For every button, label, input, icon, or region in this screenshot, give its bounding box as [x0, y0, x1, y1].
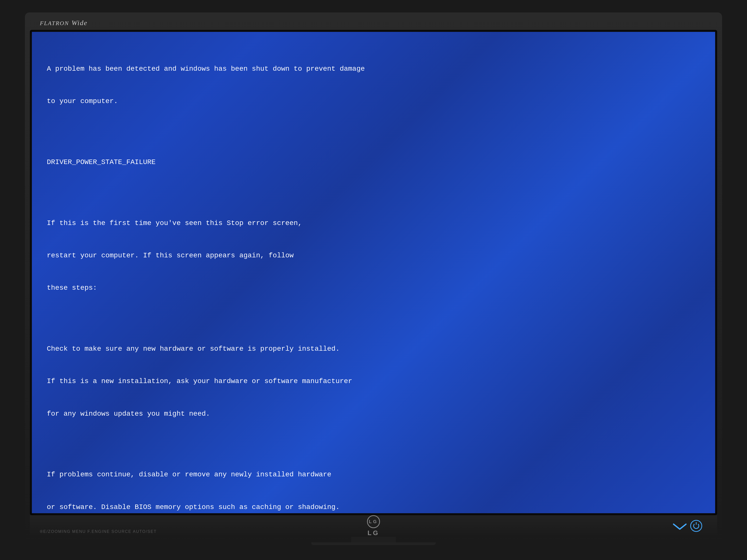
bsod-spacer-3 — [47, 315, 700, 322]
monitor-stand-neck — [351, 537, 396, 542]
screen-bezel: A problem has been detected and windows … — [30, 30, 717, 515]
bsod-line-7: If this is a new installation, ask your … — [47, 376, 700, 386]
chevron-down-icon — [672, 523, 687, 531]
bsod-line-4: restart your computer. If this screen ap… — [47, 250, 700, 261]
power-button[interactable] — [690, 520, 702, 532]
monitor: FLATRON Wide A problem has been detected… — [25, 12, 722, 548]
lg-text: LG — [367, 529, 380, 537]
bsod-screen: A problem has been detected and windows … — [32, 32, 715, 513]
bsod-line-5: these steps: — [47, 283, 700, 293]
bsod-spacer-1 — [47, 128, 700, 135]
bsod-spacer-4 — [47, 441, 700, 448]
brand-sub: Wide — [72, 19, 87, 27]
lg-circle-icon: LG — [367, 515, 380, 528]
bsod-content: A problem has been detected and windows … — [47, 42, 700, 513]
bsod-line-3: If this is the first time you've seen th… — [47, 218, 700, 229]
bsod-error-code: DRIVER_POWER_STATE_FAILURE — [47, 157, 700, 167]
bsod-line-8: for any windows updates you might need. — [47, 408, 700, 419]
lg-logo: LG LG — [367, 515, 380, 537]
brand-name: FLATRON — [40, 20, 69, 26]
bsod-spacer-2 — [47, 189, 700, 196]
bsod-line-2: to your computer. — [47, 96, 700, 107]
power-icon — [693, 523, 699, 529]
monitor-stand-base — [311, 542, 436, 545]
monitor-brand: FLATRON Wide — [40, 18, 87, 27]
bsod-line-1: A problem has been detected and windows … — [47, 63, 700, 74]
bsod-line-9: If problems continue, disable or remove … — [47, 469, 700, 480]
monitor-bottom-bar: ®E/ZOOMING MENU F.ENGINE SOURCE AUTO/SET… — [30, 515, 717, 537]
bsod-line-10: or software. Disable BIOS memory options… — [47, 502, 700, 512]
monitor-controls-label: ®E/ZOOMING MENU F.ENGINE SOURCE AUTO/SET — [40, 529, 157, 534]
bsod-line-6: Check to make sure any new hardware or s… — [47, 344, 700, 354]
